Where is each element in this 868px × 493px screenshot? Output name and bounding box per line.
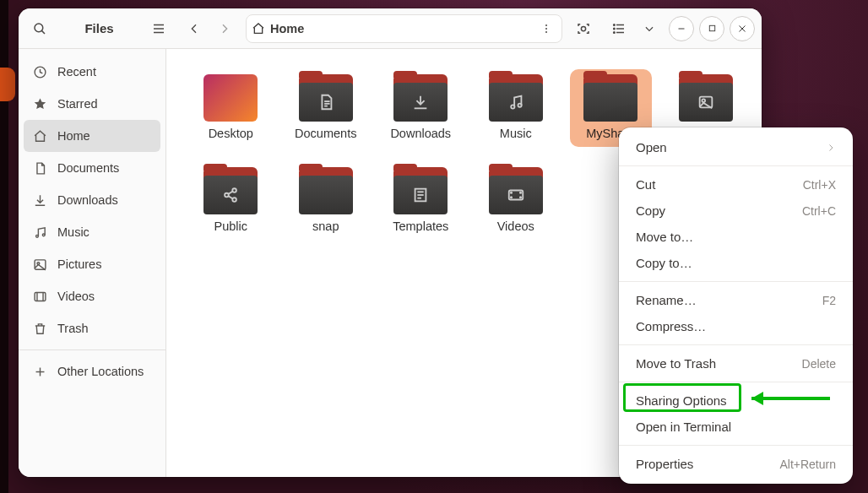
sidebar-item-recent[interactable]: Recent (19, 56, 165, 88)
nav-forward-button[interactable] (210, 14, 239, 43)
pictures-icon (33, 257, 47, 272)
menu-accel: Alt+Return (779, 458, 836, 471)
menu-move-to-trash[interactable]: Move to Trash Delete (619, 350, 853, 377)
svg-point-35 (702, 99, 705, 102)
menu-accel: F2 (822, 294, 836, 307)
sidebar-item-trash[interactable]: Trash (19, 312, 165, 344)
menu-cut[interactable]: Cut Ctrl+X (619, 171, 853, 198)
folder-icon (393, 167, 448, 214)
file-tile[interactable]: Templates (380, 162, 462, 240)
folder-icon (489, 167, 543, 214)
svg-point-14 (614, 31, 616, 33)
file-tile[interactable]: Videos (475, 162, 557, 240)
window-maximize-button[interactable] (699, 16, 724, 41)
hamburger-icon (151, 21, 166, 36)
menu-open[interactable]: Open (619, 134, 853, 160)
path-bar[interactable]: Home (246, 14, 562, 43)
file-tile[interactable]: Music (475, 69, 557, 147)
dots-vertical-icon (540, 23, 552, 35)
path-menu-button[interactable] (536, 19, 556, 39)
view-dropdown-button[interactable] (640, 14, 659, 43)
sidebar: Recent Starred Home Documents Downloads … (19, 49, 166, 477)
videos-icon (33, 290, 47, 304)
folder-icon (299, 74, 353, 122)
window-minimize-button[interactable] (669, 16, 694, 41)
svg-point-20 (35, 235, 38, 237)
nav-back-button[interactable] (180, 14, 209, 43)
sidebar-item-label: Starred (57, 97, 98, 111)
menu-compress[interactable]: Compress… (619, 313, 853, 339)
menu-label: Move to… (636, 230, 693, 244)
folder-glyph-icon (317, 93, 335, 111)
focus-button[interactable] (569, 14, 598, 43)
hamburger-menu-button[interactable] (144, 14, 173, 43)
file-name-label: snap (312, 219, 339, 233)
folder-glyph-icon (411, 186, 430, 204)
sidebar-item-label: Downloads (57, 193, 118, 207)
file-tile[interactable]: Public (190, 162, 272, 240)
folder-glyph-icon (697, 93, 715, 111)
svg-line-40 (229, 196, 234, 199)
menu-label: Open in Terminal (636, 420, 731, 434)
menu-separator (619, 344, 853, 345)
context-menu: Open Cut Ctrl+X Copy Ctrl+C Move to… Cop… (619, 127, 853, 484)
folder-icon (583, 74, 637, 122)
svg-point-49 (520, 197, 521, 198)
folder-icon (299, 167, 353, 214)
sidebar-item-starred[interactable]: Starred (19, 88, 165, 120)
menu-label: Compress… (636, 319, 706, 333)
view-list-button[interactable] (605, 14, 633, 43)
sidebar-item-music[interactable]: Music (19, 216, 165, 248)
search-button[interactable] (25, 14, 54, 43)
svg-point-47 (511, 197, 512, 198)
svg-point-0 (35, 24, 43, 32)
sidebar-item-label: Recent (57, 65, 96, 79)
file-tile[interactable]: Desktop (190, 69, 272, 147)
desktop-thumbnail-icon (203, 74, 258, 122)
svg-line-1 (41, 30, 45, 34)
svg-point-13 (614, 28, 616, 30)
menu-label: Properties (636, 457, 693, 471)
chevron-right-icon (218, 22, 231, 35)
folder-icon (489, 74, 543, 122)
file-tile[interactable]: Documents (285, 69, 367, 147)
sidebar-item-label: Home (57, 129, 90, 143)
menu-copy-to[interactable]: Copy to… (619, 250, 853, 276)
search-icon (32, 21, 47, 36)
sidebar-item-downloads[interactable]: Downloads (19, 184, 165, 216)
sidebar-item-videos[interactable]: Videos (19, 280, 165, 312)
svg-point-21 (42, 233, 45, 236)
svg-point-46 (511, 192, 512, 193)
svg-rect-16 (709, 25, 714, 30)
file-name-label: Downloads (390, 127, 451, 140)
folder-glyph-icon (507, 93, 525, 111)
file-tile[interactable]: snap (285, 162, 367, 240)
close-icon (737, 24, 747, 34)
sidebar-item-other-locations[interactable]: Other Locations (19, 355, 165, 387)
window-close-button[interactable] (730, 16, 755, 41)
sidebar-item-label: Trash (57, 322, 89, 335)
maximize-icon (708, 24, 717, 33)
menu-rename[interactable]: Rename… F2 (619, 287, 853, 313)
svg-point-5 (545, 24, 547, 25)
menu-label: Cut (636, 177, 655, 192)
sidebar-item-documents[interactable]: Documents (19, 152, 165, 184)
menu-copy[interactable]: Copy Ctrl+C (619, 198, 853, 224)
sidebar-item-home[interactable]: Home (24, 120, 160, 152)
sidebar-item-label: Music (57, 225, 90, 239)
menu-properties[interactable]: Properties Alt+Return (619, 451, 853, 477)
svg-line-39 (229, 191, 234, 194)
path-label: Home (270, 22, 304, 35)
sidebar-item-pictures[interactable]: Pictures (19, 248, 165, 280)
menu-label: Move to Trash (636, 356, 716, 371)
menu-sharing-options[interactable]: Sharing Options (619, 387, 853, 414)
menu-move-to[interactable]: Move to… (619, 224, 853, 250)
menu-label: Open (636, 140, 667, 154)
file-name-label: Templates (393, 219, 448, 233)
file-name-label: Videos (497, 219, 534, 233)
menu-accel: Ctrl+X (803, 178, 836, 192)
svg-point-48 (520, 192, 521, 193)
file-tile[interactable]: Downloads (380, 69, 462, 147)
menu-open-in-terminal[interactable]: Open in Terminal (619, 414, 853, 440)
sidebar-item-label: Other Locations (57, 365, 144, 378)
